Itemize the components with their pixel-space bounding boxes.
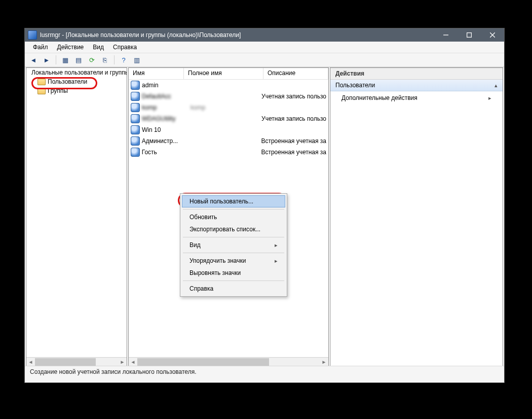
col-fullname[interactable]: Полное имя [184,68,263,79]
column-headers: Имя Полное имя Описание [129,68,328,80]
actions-section-label: Пользователи [335,82,375,89]
cell-desc: Учетная запись пользо [261,115,326,122]
cell-fullname: komp [191,104,261,111]
action-more-label: Дополнительные действия [341,94,417,101]
separator [114,55,115,64]
ctx-view[interactable]: Вид ▸ [182,239,285,251]
titlebar: lusrmgr - [Локальные пользователи и груп… [25,28,504,42]
list-item[interactable]: komp komp [129,102,328,113]
cell-name: WDAGUtility [142,115,188,122]
menu-file[interactable]: Файл [29,43,52,52]
users-list-body: admin DefaultAcc Учетная запись пользо k… [129,80,328,158]
forward-icon[interactable]: ► [41,54,52,65]
list-icon[interactable]: ▥ [131,54,142,65]
tree-panel: Локальные пользователи и группы Пользова… [26,67,127,366]
tree-root[interactable]: Локальные пользователи и группы [26,68,127,77]
ctx-item-label: Обновить [189,214,217,221]
close-button[interactable] [481,28,504,42]
ctx-item-label: Новый пользователь... [189,198,253,205]
minimize-button[interactable] [434,28,458,42]
folder-icon [37,88,46,94]
col-name[interactable]: Имя [129,68,184,79]
chevron-right-icon: ▸ [488,95,491,101]
user-icon [131,81,140,90]
scroll-left-icon[interactable]: ◄ [129,358,137,366]
actions-header: Действия [330,68,503,80]
separator [56,55,56,64]
menu-view[interactable]: Вид [89,43,108,52]
tree-node-label: Группы [48,87,68,94]
status-bar: Создание новой учетной записи локального… [25,366,504,382]
svg-rect-1 [467,33,472,38]
cell-name: admin [142,82,188,89]
ctx-refresh[interactable]: Обновить [182,211,285,223]
details-icon[interactable]: ▤ [73,54,84,65]
cell-name: Администр... [142,137,187,145]
scroll-left-icon[interactable]: ◄ [26,358,35,366]
scroll-right-icon[interactable]: ► [320,358,328,366]
app-icon [28,30,37,40]
tree-node-label: Пользователи [48,78,87,85]
action-more[interactable]: Дополнительные действия ▸ [330,91,503,104]
properties-icon[interactable]: ▦ [60,54,71,65]
list-item[interactable]: Администр... Встроенная учетная за [129,135,328,147]
scrollbar-horizontal[interactable]: ◄ ► [26,357,127,366]
cell-name: Win 10 [142,126,188,133]
user-icon [131,92,140,101]
user-icon [131,148,140,157]
separator [183,237,284,237]
scroll-right-icon[interactable]: ► [118,358,127,366]
refresh-icon[interactable]: ⟳ [86,54,97,65]
separator [183,281,284,281]
menu-help[interactable]: Справка [109,43,141,52]
ctx-item-label: Выровнять значки [189,269,241,276]
menubar: Файл Действие Вид Справка [25,42,504,53]
help-icon[interactable]: ? [118,54,129,65]
list-item[interactable]: DefaultAcc Учетная запись пользо [129,91,328,102]
user-icon [131,103,140,112]
ctx-export[interactable]: Экспортировать список... [182,223,285,235]
list-item[interactable]: Win 10 [129,124,328,135]
export-icon[interactable]: ⎘ [99,54,110,65]
list-item[interactable]: Гость Встроенная учетная за [129,147,328,158]
col-description[interactable]: Описание [263,68,328,79]
actions-section[interactable]: Пользователи ▴ [330,80,503,91]
list-item[interactable]: WDAGUtility Учетная запись пользо [129,113,328,124]
toolbar: ◄ ► ▦ ▤ ⟳ ⎘ ? ▥ [25,53,504,67]
user-icon [131,114,140,123]
actions-panel: Действия Пользователи ▴ Дополнительные д… [330,67,503,366]
list-item[interactable]: admin [129,80,328,91]
tree-node-users[interactable]: Пользователи [26,77,127,86]
cell-name: Гость [142,149,187,156]
cell-name: komp [142,104,188,111]
separator [183,209,284,209]
status-text: Создание новой учетной записи локального… [30,368,196,375]
user-icon [131,125,140,134]
cell-desc: Встроенная учетная за [261,149,326,156]
ctx-item-label: Экспортировать список... [189,226,260,233]
folder-icon [37,79,46,85]
tree-root-label: Локальные пользователи и группы [31,69,127,76]
chevron-right-icon: ▸ [275,258,278,264]
cell-name: DefaultAcc [142,93,188,100]
ctx-help[interactable]: Справка [182,283,285,295]
separator [183,253,284,253]
ctx-new-user[interactable]: Новый пользователь... [182,195,285,207]
ctx-item-label: Вид [189,241,201,249]
maximize-button[interactable] [458,28,481,42]
ctx-arrange-icons[interactable]: Упорядочить значки ▸ [182,255,285,267]
cell-desc: Встроенная учетная за [261,137,326,145]
ctx-item-label: Справка [189,285,213,292]
context-menu: Новый пользователь... Обновить Экспортир… [180,193,287,297]
collapse-icon: ▴ [495,82,498,89]
window-title: lusrmgr - [Локальные пользователи и груп… [40,31,241,39]
chevron-right-icon: ▸ [275,242,278,249]
window: lusrmgr - [Локальные пользователи и груп… [24,28,505,383]
scrollbar-horizontal[interactable]: ◄ ► [129,357,328,366]
user-icon [131,136,140,146]
ctx-item-label: Упорядочить значки [189,257,246,264]
menu-action[interactable]: Действие [53,43,88,52]
back-icon[interactable]: ◄ [28,54,39,65]
ctx-align-icons[interactable]: Выровнять значки [182,267,285,279]
tree-node-groups[interactable]: Группы [26,86,127,95]
